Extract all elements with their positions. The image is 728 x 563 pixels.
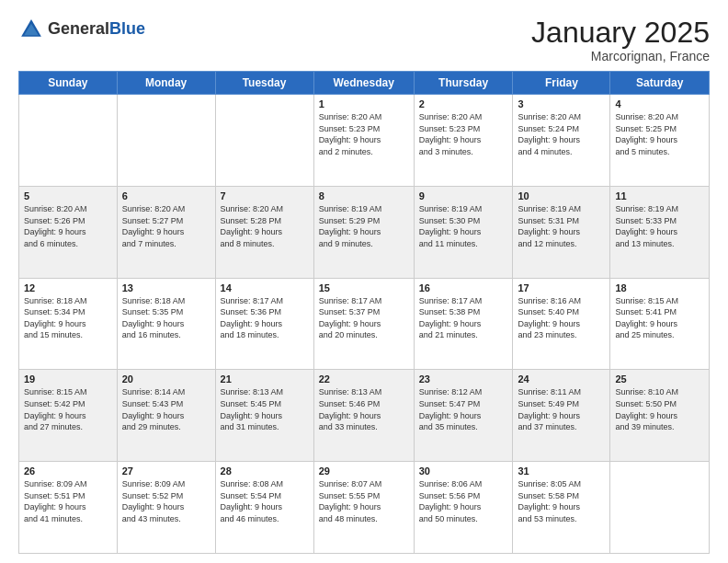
day-number: 22 — [319, 373, 409, 385]
calendar-cell: 22Sunrise: 8:13 AM Sunset: 5:46 PM Dayli… — [313, 370, 414, 462]
weekday-header-sunday: Sunday — [19, 72, 118, 95]
calendar-cell: 2Sunrise: 8:20 AM Sunset: 5:23 PM Daylig… — [414, 95, 513, 187]
day-info: Sunrise: 8:09 AM Sunset: 5:51 PM Dayligh… — [24, 478, 112, 524]
day-number: 13 — [122, 282, 210, 293]
calendar-table: SundayMondayTuesdayWednesdayThursdayFrid… — [18, 71, 710, 554]
day-info: Sunrise: 8:20 AM Sunset: 5:25 PM Dayligh… — [615, 111, 704, 157]
day-info: Sunrise: 8:20 AM Sunset: 5:23 PM Dayligh… — [419, 111, 508, 157]
day-number: 12 — [24, 282, 112, 293]
day-number: 29 — [319, 465, 409, 477]
day-number: 9 — [419, 190, 508, 201]
calendar-cell: 10Sunrise: 8:19 AM Sunset: 5:31 PM Dayli… — [513, 186, 610, 278]
calendar-week-row: 1Sunrise: 8:20 AM Sunset: 5:23 PM Daylig… — [19, 95, 710, 187]
day-number: 31 — [518, 465, 605, 477]
calendar-cell: 6Sunrise: 8:20 AM Sunset: 5:27 PM Daylig… — [117, 186, 215, 278]
calendar-week-row: 26Sunrise: 8:09 AM Sunset: 5:51 PM Dayli… — [19, 462, 710, 554]
calendar-cell: 28Sunrise: 8:08 AM Sunset: 5:54 PM Dayli… — [215, 462, 313, 554]
calendar-cell: 3Sunrise: 8:20 AM Sunset: 5:24 PM Daylig… — [513, 95, 610, 187]
calendar-cell: 26Sunrise: 8:09 AM Sunset: 5:51 PM Dayli… — [19, 462, 118, 554]
calendar-cell — [215, 95, 313, 187]
day-number: 23 — [419, 373, 508, 385]
calendar-cell: 8Sunrise: 8:19 AM Sunset: 5:29 PM Daylig… — [313, 186, 414, 278]
calendar-cell: 7Sunrise: 8:20 AM Sunset: 5:28 PM Daylig… — [215, 186, 313, 278]
calendar-cell: 21Sunrise: 8:13 AM Sunset: 5:45 PM Dayli… — [215, 370, 313, 462]
calendar-cell — [19, 95, 118, 187]
day-info: Sunrise: 8:07 AM Sunset: 5:55 PM Dayligh… — [319, 478, 409, 524]
day-info: Sunrise: 8:13 AM Sunset: 5:45 PM Dayligh… — [221, 386, 309, 432]
day-number: 18 — [615, 282, 704, 293]
calendar-cell: 15Sunrise: 8:17 AM Sunset: 5:37 PM Dayli… — [313, 278, 414, 370]
calendar-cell: 19Sunrise: 8:15 AM Sunset: 5:42 PM Dayli… — [19, 370, 118, 462]
day-info: Sunrise: 8:19 AM Sunset: 5:31 PM Dayligh… — [518, 203, 605, 249]
day-info: Sunrise: 8:20 AM Sunset: 5:26 PM Dayligh… — [24, 203, 112, 249]
day-info: Sunrise: 8:15 AM Sunset: 5:41 PM Dayligh… — [615, 295, 704, 341]
calendar-cell: 1Sunrise: 8:20 AM Sunset: 5:23 PM Daylig… — [313, 95, 414, 187]
calendar-cell: 18Sunrise: 8:15 AM Sunset: 5:41 PM Dayli… — [610, 278, 710, 370]
day-info: Sunrise: 8:14 AM Sunset: 5:43 PM Dayligh… — [122, 386, 210, 432]
weekday-header-row: SundayMondayTuesdayWednesdayThursdayFrid… — [19, 72, 710, 95]
day-info: Sunrise: 8:19 AM Sunset: 5:29 PM Dayligh… — [319, 203, 409, 249]
day-number: 1 — [319, 98, 409, 109]
day-number: 6 — [122, 190, 210, 201]
calendar-cell: 24Sunrise: 8:11 AM Sunset: 5:49 PM Dayli… — [513, 370, 610, 462]
weekday-header-tuesday: Tuesday — [215, 72, 313, 95]
title-block: January 2025 Marcorignan, France — [531, 17, 710, 63]
day-info: Sunrise: 8:17 AM Sunset: 5:37 PM Dayligh… — [319, 295, 409, 341]
weekday-header-thursday: Thursday — [414, 72, 513, 95]
day-number: 14 — [221, 282, 309, 293]
day-info: Sunrise: 8:11 AM Sunset: 5:49 PM Dayligh… — [518, 386, 605, 432]
day-info: Sunrise: 8:13 AM Sunset: 5:46 PM Dayligh… — [319, 386, 409, 432]
day-info: Sunrise: 8:18 AM Sunset: 5:35 PM Dayligh… — [122, 295, 210, 341]
header: GeneralBlue January 2025 Marcorignan, Fr… — [18, 17, 710, 63]
calendar-cell — [117, 95, 215, 187]
day-info: Sunrise: 8:19 AM Sunset: 5:30 PM Dayligh… — [419, 203, 508, 249]
logo-icon — [18, 17, 44, 42]
calendar-cell: 4Sunrise: 8:20 AM Sunset: 5:25 PM Daylig… — [610, 95, 710, 187]
calendar-cell: 9Sunrise: 8:19 AM Sunset: 5:30 PM Daylig… — [414, 186, 513, 278]
day-number: 21 — [221, 373, 309, 385]
weekday-header-saturday: Saturday — [610, 72, 710, 95]
calendar-week-row: 12Sunrise: 8:18 AM Sunset: 5:34 PM Dayli… — [19, 278, 710, 370]
calendar-cell: 12Sunrise: 8:18 AM Sunset: 5:34 PM Dayli… — [19, 278, 118, 370]
day-info: Sunrise: 8:19 AM Sunset: 5:33 PM Dayligh… — [615, 203, 704, 249]
calendar-cell: 17Sunrise: 8:16 AM Sunset: 5:40 PM Dayli… — [513, 278, 610, 370]
day-info: Sunrise: 8:12 AM Sunset: 5:47 PM Dayligh… — [419, 386, 508, 432]
calendar-cell: 29Sunrise: 8:07 AM Sunset: 5:55 PM Dayli… — [313, 462, 414, 554]
day-number: 15 — [319, 282, 409, 293]
calendar-cell: 23Sunrise: 8:12 AM Sunset: 5:47 PM Dayli… — [414, 370, 513, 462]
calendar-cell: 30Sunrise: 8:06 AM Sunset: 5:56 PM Dayli… — [414, 462, 513, 554]
day-number: 30 — [419, 465, 508, 477]
calendar-cell — [610, 462, 710, 554]
day-number: 24 — [518, 373, 605, 385]
day-number: 27 — [122, 465, 210, 477]
calendar-cell: 20Sunrise: 8:14 AM Sunset: 5:43 PM Dayli… — [117, 370, 215, 462]
location: Marcorignan, France — [531, 49, 710, 63]
day-info: Sunrise: 8:09 AM Sunset: 5:52 PM Dayligh… — [122, 478, 210, 524]
day-info: Sunrise: 8:06 AM Sunset: 5:56 PM Dayligh… — [419, 478, 508, 524]
day-info: Sunrise: 8:08 AM Sunset: 5:54 PM Dayligh… — [221, 478, 309, 524]
day-info: Sunrise: 8:20 AM Sunset: 5:27 PM Dayligh… — [122, 203, 210, 249]
day-info: Sunrise: 8:05 AM Sunset: 5:58 PM Dayligh… — [518, 478, 605, 524]
month-title: January 2025 — [531, 17, 710, 49]
weekday-header-friday: Friday — [513, 72, 610, 95]
day-number: 3 — [518, 98, 605, 109]
logo-text: GeneralBlue — [48, 20, 145, 39]
calendar-cell: 5Sunrise: 8:20 AM Sunset: 5:26 PM Daylig… — [19, 186, 118, 278]
weekday-header-wednesday: Wednesday — [313, 72, 414, 95]
day-info: Sunrise: 8:20 AM Sunset: 5:24 PM Dayligh… — [518, 111, 605, 157]
day-info: Sunrise: 8:15 AM Sunset: 5:42 PM Dayligh… — [24, 386, 112, 432]
calendar-cell: 11Sunrise: 8:19 AM Sunset: 5:33 PM Dayli… — [610, 186, 710, 278]
day-number: 17 — [518, 282, 605, 293]
day-number: 16 — [419, 282, 508, 293]
calendar-cell: 13Sunrise: 8:18 AM Sunset: 5:35 PM Dayli… — [117, 278, 215, 370]
calendar-cell: 14Sunrise: 8:17 AM Sunset: 5:36 PM Dayli… — [215, 278, 313, 370]
day-info: Sunrise: 8:20 AM Sunset: 5:28 PM Dayligh… — [221, 203, 309, 249]
day-number: 4 — [615, 98, 704, 109]
calendar-cell: 25Sunrise: 8:10 AM Sunset: 5:50 PM Dayli… — [610, 370, 710, 462]
day-number: 5 — [24, 190, 112, 201]
day-info: Sunrise: 8:17 AM Sunset: 5:36 PM Dayligh… — [221, 295, 309, 341]
day-info: Sunrise: 8:20 AM Sunset: 5:23 PM Dayligh… — [319, 111, 409, 157]
calendar-cell: 16Sunrise: 8:17 AM Sunset: 5:38 PM Dayli… — [414, 278, 513, 370]
day-info: Sunrise: 8:18 AM Sunset: 5:34 PM Dayligh… — [24, 295, 112, 341]
day-number: 28 — [221, 465, 309, 477]
